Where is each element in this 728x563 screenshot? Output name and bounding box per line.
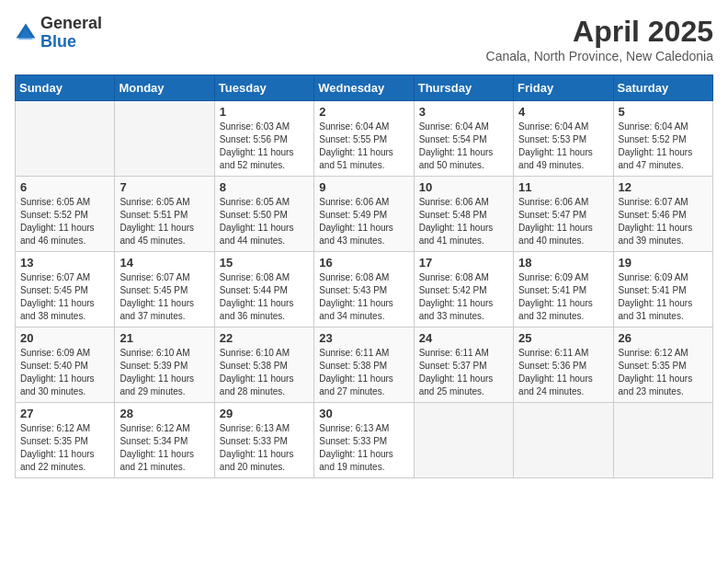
- day-info: Sunrise: 6:08 AMSunset: 5:44 PMDaylight:…: [220, 271, 309, 323]
- day-number: 12: [619, 180, 708, 194]
- day-info: Sunrise: 6:11 AMSunset: 5:38 PMDaylight:…: [319, 347, 408, 398]
- day-number: 19: [619, 256, 708, 270]
- location-subtitle: Canala, North Province, New Caledonia: [486, 49, 713, 63]
- calendar-cell: 28Sunrise: 6:12 AMSunset: 5:34 PMDayligh…: [115, 403, 214, 478]
- day-info: Sunrise: 6:05 AMSunset: 5:51 PMDaylight:…: [119, 196, 209, 247]
- calendar-cell: 29Sunrise: 6:13 AMSunset: 5:33 PMDayligh…: [214, 403, 313, 478]
- day-info: Sunrise: 6:10 AMSunset: 5:38 PMDaylight:…: [220, 347, 309, 398]
- day-number: 16: [319, 256, 408, 270]
- day-info: Sunrise: 6:06 AMSunset: 5:47 PMDaylight:…: [518, 196, 608, 247]
- logo-icon: [15, 22, 37, 44]
- calendar-cell: 20Sunrise: 6:09 AMSunset: 5:40 PMDayligh…: [16, 327, 115, 403]
- day-number: 3: [419, 105, 508, 119]
- day-number: 1: [220, 105, 309, 119]
- week-row-1: 1Sunrise: 6:03 AMSunset: 5:56 PMDaylight…: [16, 101, 713, 177]
- calendar-cell: 18Sunrise: 6:09 AMSunset: 5:41 PMDayligh…: [514, 252, 613, 327]
- calendar-cell: 14Sunrise: 6:07 AMSunset: 5:45 PMDayligh…: [115, 252, 214, 327]
- day-info: Sunrise: 6:05 AMSunset: 5:50 PMDaylight:…: [220, 196, 309, 247]
- day-info: Sunrise: 6:04 AMSunset: 5:53 PMDaylight:…: [518, 121, 608, 172]
- calendar-table: SundayMondayTuesdayWednesdayThursdayFrid…: [15, 75, 713, 478]
- calendar-cell: 5Sunrise: 6:04 AMSunset: 5:52 PMDaylight…: [613, 101, 712, 177]
- calendar-cell: 24Sunrise: 6:11 AMSunset: 5:37 PMDayligh…: [414, 327, 513, 403]
- day-number: 7: [119, 180, 209, 194]
- day-number: 18: [518, 256, 608, 270]
- calendar-cell: 25Sunrise: 6:11 AMSunset: 5:36 PMDayligh…: [514, 327, 613, 403]
- weekday-header-thursday: Thursday: [414, 75, 513, 101]
- weekday-header-monday: Monday: [115, 75, 214, 101]
- logo-blue-text: Blue: [40, 33, 102, 52]
- day-info: Sunrise: 6:04 AMSunset: 5:52 PMDaylight:…: [619, 121, 708, 172]
- calendar-cell: [414, 403, 513, 478]
- day-info: Sunrise: 6:11 AMSunset: 5:36 PMDaylight:…: [518, 347, 608, 398]
- calendar-cell: 19Sunrise: 6:09 AMSunset: 5:41 PMDayligh…: [613, 252, 712, 327]
- day-info: Sunrise: 6:07 AMSunset: 5:45 PMDaylight:…: [20, 271, 109, 323]
- weekday-header-friday: Friday: [514, 75, 613, 101]
- day-info: Sunrise: 6:06 AMSunset: 5:49 PMDaylight:…: [319, 196, 408, 247]
- day-number: 30: [319, 407, 408, 420]
- day-info: Sunrise: 6:09 AMSunset: 5:41 PMDaylight:…: [619, 271, 708, 323]
- day-number: 2: [319, 105, 408, 119]
- calendar-cell: 1Sunrise: 6:03 AMSunset: 5:56 PMDaylight…: [214, 101, 313, 177]
- day-info: Sunrise: 6:03 AMSunset: 5:56 PMDaylight:…: [220, 121, 309, 172]
- calendar-cell: 4Sunrise: 6:04 AMSunset: 5:53 PMDaylight…: [514, 101, 613, 177]
- day-number: 10: [419, 180, 508, 194]
- day-number: 17: [419, 256, 508, 270]
- day-number: 21: [119, 331, 209, 345]
- day-number: 27: [20, 407, 109, 420]
- week-row-5: 27Sunrise: 6:12 AMSunset: 5:35 PMDayligh…: [16, 403, 713, 478]
- calendar-header-row: SundayMondayTuesdayWednesdayThursdayFrid…: [16, 75, 713, 101]
- calendar-cell: 15Sunrise: 6:08 AMSunset: 5:44 PMDayligh…: [214, 252, 313, 327]
- day-number: 25: [518, 331, 608, 345]
- weekday-header-sunday: Sunday: [16, 75, 115, 101]
- calendar-cell: 9Sunrise: 6:06 AMSunset: 5:49 PMDaylight…: [314, 177, 414, 252]
- calendar-cell: [16, 101, 115, 177]
- weekday-header-wednesday: Wednesday: [314, 75, 414, 101]
- page-header: General Blue April 2025 Canala, North Pr…: [15, 15, 713, 63]
- calendar-cell: 8Sunrise: 6:05 AMSunset: 5:50 PMDaylight…: [214, 177, 313, 252]
- day-info: Sunrise: 6:09 AMSunset: 5:41 PMDaylight:…: [518, 271, 608, 323]
- calendar-cell: 7Sunrise: 6:05 AMSunset: 5:51 PMDaylight…: [115, 177, 214, 252]
- day-info: Sunrise: 6:12 AMSunset: 5:35 PMDaylight:…: [20, 422, 109, 474]
- calendar-cell: 6Sunrise: 6:05 AMSunset: 5:52 PMDaylight…: [16, 177, 115, 252]
- calendar-cell: 10Sunrise: 6:06 AMSunset: 5:48 PMDayligh…: [414, 177, 513, 252]
- day-info: Sunrise: 6:11 AMSunset: 5:37 PMDaylight:…: [419, 347, 508, 398]
- month-title: April 2025: [486, 15, 713, 49]
- weekday-header-tuesday: Tuesday: [214, 75, 313, 101]
- day-info: Sunrise: 6:05 AMSunset: 5:52 PMDaylight:…: [20, 196, 109, 247]
- calendar-cell: [514, 403, 613, 478]
- day-number: 23: [319, 331, 408, 345]
- calendar-cell: 16Sunrise: 6:08 AMSunset: 5:43 PMDayligh…: [314, 252, 414, 327]
- day-number: 4: [518, 105, 608, 119]
- calendar-cell: 2Sunrise: 6:04 AMSunset: 5:55 PMDaylight…: [314, 101, 414, 177]
- day-number: 26: [619, 331, 708, 345]
- day-info: Sunrise: 6:08 AMSunset: 5:43 PMDaylight:…: [319, 271, 408, 323]
- day-number: 15: [220, 256, 309, 270]
- day-number: 14: [119, 256, 209, 270]
- day-number: 6: [20, 180, 109, 194]
- day-info: Sunrise: 6:12 AMSunset: 5:34 PMDaylight:…: [119, 422, 209, 474]
- calendar-cell: [115, 101, 214, 177]
- day-number: 13: [20, 256, 109, 270]
- week-row-3: 13Sunrise: 6:07 AMSunset: 5:45 PMDayligh…: [16, 252, 713, 327]
- calendar-cell: 17Sunrise: 6:08 AMSunset: 5:42 PMDayligh…: [414, 252, 513, 327]
- day-number: 9: [319, 180, 408, 194]
- weekday-header-saturday: Saturday: [613, 75, 712, 101]
- day-info: Sunrise: 6:09 AMSunset: 5:40 PMDaylight:…: [20, 347, 109, 398]
- calendar-cell: 12Sunrise: 6:07 AMSunset: 5:46 PMDayligh…: [613, 177, 712, 252]
- calendar-cell: 13Sunrise: 6:07 AMSunset: 5:45 PMDayligh…: [16, 252, 115, 327]
- day-info: Sunrise: 6:07 AMSunset: 5:45 PMDaylight:…: [119, 271, 209, 323]
- day-number: 22: [220, 331, 309, 345]
- day-number: 28: [119, 407, 209, 420]
- day-info: Sunrise: 6:13 AMSunset: 5:33 PMDaylight:…: [220, 422, 309, 474]
- day-info: Sunrise: 6:06 AMSunset: 5:48 PMDaylight:…: [419, 196, 508, 247]
- day-number: 11: [518, 180, 608, 194]
- logo: General Blue: [15, 15, 102, 52]
- day-info: Sunrise: 6:12 AMSunset: 5:35 PMDaylight:…: [619, 347, 708, 398]
- day-info: Sunrise: 6:10 AMSunset: 5:39 PMDaylight:…: [119, 347, 209, 398]
- week-row-2: 6Sunrise: 6:05 AMSunset: 5:52 PMDaylight…: [16, 177, 713, 252]
- day-number: 24: [419, 331, 508, 345]
- calendar-cell: 22Sunrise: 6:10 AMSunset: 5:38 PMDayligh…: [214, 327, 313, 403]
- day-number: 20: [20, 331, 109, 345]
- calendar-cell: 26Sunrise: 6:12 AMSunset: 5:35 PMDayligh…: [613, 327, 712, 403]
- title-block: April 2025 Canala, North Province, New C…: [486, 15, 713, 63]
